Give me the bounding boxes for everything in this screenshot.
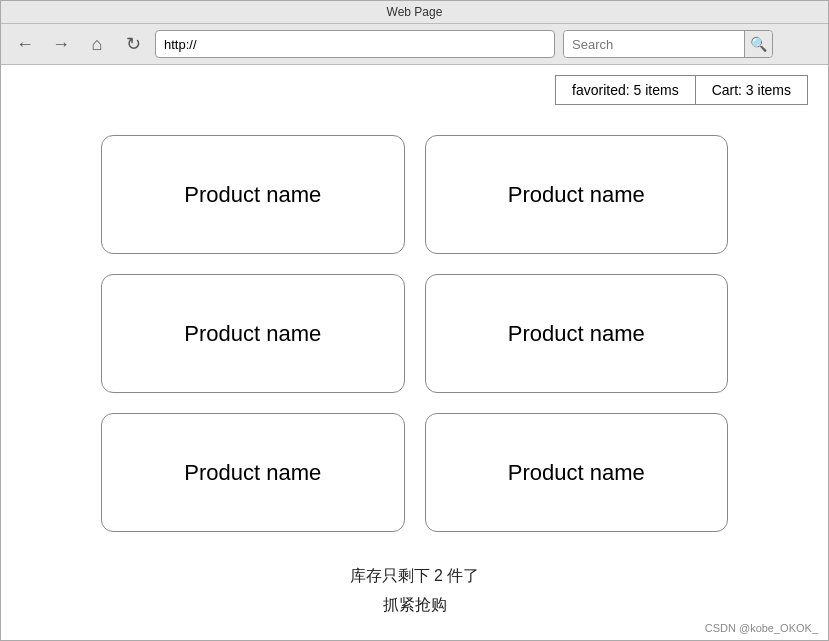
product-name-4: Product name xyxy=(508,321,645,347)
refresh-button[interactable]: ↻ xyxy=(119,30,147,58)
product-name-3: Product name xyxy=(184,321,321,347)
back-button[interactable]: ← xyxy=(11,30,39,58)
search-input[interactable] xyxy=(564,31,744,57)
product-grid: Product name Product name Product name P… xyxy=(1,115,828,552)
browser-window: Web Page ← → ⌂ ↻ 🔍 favorited: 5 items Ca… xyxy=(0,0,829,641)
product-name-2: Product name xyxy=(508,182,645,208)
product-card-6[interactable]: Product name xyxy=(425,413,729,532)
search-icon: 🔍 xyxy=(750,36,767,52)
cart-button[interactable]: Cart: 3 items xyxy=(695,75,808,105)
product-name-1: Product name xyxy=(184,182,321,208)
product-name-6: Product name xyxy=(508,460,645,486)
home-button[interactable]: ⌂ xyxy=(83,30,111,58)
toolbar: ← → ⌂ ↻ 🔍 xyxy=(1,24,828,65)
favorites-button[interactable]: favorited: 5 items xyxy=(555,75,695,105)
page-content: favorited: 5 items Cart: 3 items Product… xyxy=(1,65,828,640)
product-card-1[interactable]: Product name xyxy=(101,135,405,254)
page-title: Web Page xyxy=(387,5,443,19)
title-bar: Web Page xyxy=(1,1,828,24)
footer-line-2: 抓紧抢购 xyxy=(1,591,828,620)
top-bar: favorited: 5 items Cart: 3 items xyxy=(1,65,828,115)
forward-button[interactable]: → xyxy=(47,30,75,58)
url-input[interactable] xyxy=(155,30,555,58)
product-card-2[interactable]: Product name xyxy=(425,135,729,254)
search-container: 🔍 xyxy=(563,30,773,58)
product-card-3[interactable]: Product name xyxy=(101,274,405,393)
product-name-5: Product name xyxy=(184,460,321,486)
product-card-5[interactable]: Product name xyxy=(101,413,405,532)
product-card-4[interactable]: Product name xyxy=(425,274,729,393)
footer-line-1: 库存只剩下 2 件了 xyxy=(1,562,828,591)
watermark: CSDN @kobe_OKOK_ xyxy=(705,622,818,634)
search-button[interactable]: 🔍 xyxy=(744,31,772,57)
